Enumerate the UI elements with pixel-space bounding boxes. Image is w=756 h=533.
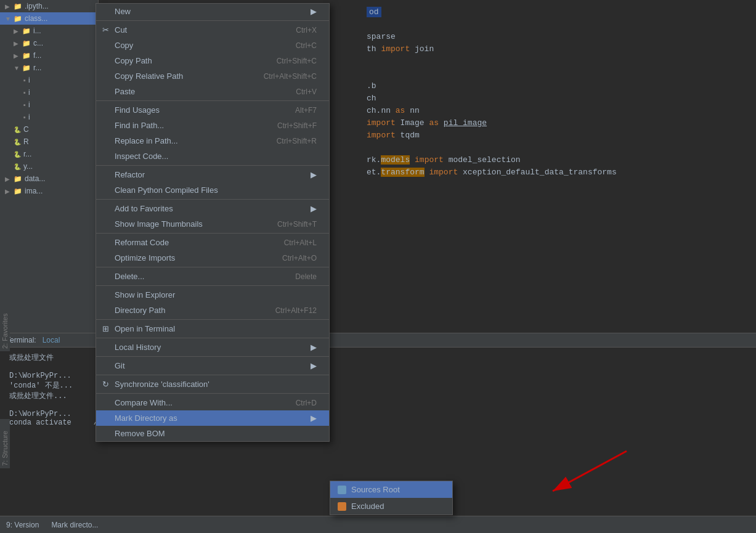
sidebar-item-label: f...: [33, 51, 41, 60]
menu-separator: [96, 199, 329, 200]
sidebar-item-ipython[interactable]: ▶ 📁 .ipyth...: [0, 0, 98, 12]
menu-item-show-explorer[interactable]: Show in Explorer: [96, 287, 329, 303]
menu-item-refactor[interactable]: Refactor ▶: [96, 167, 329, 182]
menu-item-label: Remove BOM: [115, 429, 165, 438]
code-editor: od sparse th import join .b ch ch.nn as …: [357, 0, 756, 333]
shortcut-label: Ctrl+V: [296, 87, 317, 96]
code-line: [367, 55, 747, 68]
menu-item-label: Optimize Imports: [115, 253, 175, 262]
code-line: [367, 68, 747, 80]
sidebar-item-label: R: [23, 137, 29, 146]
sidebar-item-file-i3[interactable]: ▪ i: [0, 99, 98, 111]
menu-item-new[interactable]: New ▶: [96, 4, 329, 19]
sidebar-item-file-i1[interactable]: ▪ i: [0, 74, 98, 86]
shortcut-label: Ctrl+Shift+T: [277, 220, 317, 229]
menu-item-label: Refactor: [115, 170, 145, 179]
terminal-tab[interactable]: Local: [43, 336, 60, 344]
file-icon: ▪: [23, 76, 26, 84]
sidebar-item-C[interactable]: 🐍 C: [0, 123, 98, 136]
py-icon: 🐍: [14, 139, 21, 145]
menu-item-add-favorites[interactable]: Add to Favorites ▶: [96, 201, 329, 216]
folder-icon: 📁: [22, 52, 31, 60]
sidebar-item-label: C: [23, 125, 29, 134]
menu-item-reformat-code[interactable]: Reformat Code Ctrl+Alt+L: [96, 235, 329, 250]
sidebar-item-sub4[interactable]: ▼ 📁 r...: [0, 62, 98, 74]
menu-item-label: Find in Path...: [115, 121, 164, 130]
menu-item-copy-relative-path[interactable]: Copy Relative Path Ctrl+Alt+Shift+C: [96, 68, 329, 84]
menu-item-remove-bom[interactable]: Remove BOM: [96, 426, 329, 441]
code-line: rk.models import model_selection: [367, 154, 747, 166]
bottom-status-bar: 9: Version Mark directo...: [0, 516, 756, 533]
context-menu: New ▶ ✂ Cut Ctrl+X Copy Ctrl+C Copy Path…: [96, 3, 330, 442]
ide-background: ▶ 📁 .ipyth... ▼ 📁 class... ▶ 📁 i... ▶ 📁 …: [0, 0, 756, 533]
menu-item-compare-with[interactable]: Compare With... Ctrl+D: [96, 395, 329, 410]
menu-separator: [96, 338, 329, 338]
menu-item-optimize-imports[interactable]: Optimize Imports Ctrl+Alt+O: [96, 250, 329, 266]
menu-item-show-thumbnails[interactable]: Show Image Thumbnails Ctrl+Shift+T: [96, 216, 329, 232]
shortcut-label: Ctrl+D: [296, 399, 317, 407]
sidebar-item-label: ima...: [25, 187, 43, 195]
menu-item-replace-in-path[interactable]: Replace in Path... Ctrl+Shift+R: [96, 133, 329, 149]
sidebar-item-file-i4[interactable]: ▪ i: [0, 111, 98, 123]
menu-item-git[interactable]: Git ▶: [96, 358, 329, 373]
menu-item-cut[interactable]: ✂ Cut Ctrl+X: [96, 22, 329, 38]
menu-separator: [96, 233, 329, 234]
sidebar-item-sub3[interactable]: ▶ 📁 f...: [0, 49, 98, 62]
menu-item-find-usages[interactable]: Find Usages Alt+F7: [96, 102, 329, 118]
menu-item-label: Copy Relative Path: [115, 71, 183, 81]
terminal-icon: ⊞: [99, 324, 112, 333]
code-line: ch: [367, 92, 747, 105]
menu-item-local-history[interactable]: Local History ▶: [96, 340, 329, 355]
menu-separator: [96, 285, 329, 286]
folder-icon: 📁: [22, 27, 31, 35]
submenu-item-excluded[interactable]: Excluded: [330, 498, 452, 515]
menu-item-clean-python[interactable]: Clean Python Compiled Files: [96, 182, 329, 198]
menu-item-label: Mark Directory as: [115, 413, 177, 423]
mark-directo-tab[interactable]: Mark directo...: [51, 521, 98, 529]
code-line: od: [367, 6, 747, 18]
sidebar-item-r[interactable]: 🐍 r...: [0, 148, 98, 160]
collapse-triangle: ▼: [14, 65, 20, 71]
sidebar-item-R[interactable]: 🐍 R: [0, 136, 98, 148]
menu-item-label: Compare With...: [115, 398, 173, 407]
code-line: import tqdm: [367, 129, 747, 142]
sidebar-item-sub2[interactable]: ▶ 📁 c...: [0, 37, 98, 49]
menu-item-label: Add to Favorites: [115, 204, 173, 213]
sidebar-item-sub1[interactable]: ▶ 📁 i...: [0, 25, 98, 37]
submenu-item-sources-root[interactable]: Sources Root: [330, 481, 452, 498]
sources-root-icon: [338, 486, 346, 494]
menu-item-copy-path[interactable]: Copy Path Ctrl+Shift+C: [96, 53, 329, 68]
menu-item-inspect-code[interactable]: Inspect Code...: [96, 149, 329, 164]
favorites-panel-label[interactable]: 2: Favorites: [0, 302, 10, 351]
folder-icon: 📁: [14, 187, 22, 195]
menu-item-synchronize[interactable]: ↻ Synchronize 'classification': [96, 376, 329, 392]
menu-item-open-terminal[interactable]: ⊞ Open in Terminal: [96, 321, 329, 336]
svg-line-1: [553, 451, 627, 491]
sidebar-item-data[interactable]: ▶ 📁 data...: [0, 173, 98, 185]
menu-item-label: Delete...: [115, 272, 144, 281]
terminal-label: Terminal:: [6, 336, 36, 344]
favorites-label-text: 2: Favorites: [1, 314, 9, 349]
menu-item-paste[interactable]: Paste Ctrl+V: [96, 84, 329, 99]
sidebar-item-file-i2[interactable]: ▪ i: [0, 86, 98, 99]
menu-item-label: Open in Terminal: [115, 324, 175, 333]
sync-icon: ↻: [99, 380, 112, 389]
menu-separator: [96, 319, 329, 320]
sidebar-item-label: i: [28, 100, 30, 109]
menu-item-copy[interactable]: Copy Ctrl+C: [96, 38, 329, 53]
menu-item-find-in-path[interactable]: Find in Path... Ctrl+Shift+F: [96, 118, 329, 133]
menu-item-mark-directory[interactable]: Mark Directory as ▶: [96, 410, 329, 426]
sidebar-item-y[interactable]: 🐍 y...: [0, 160, 98, 173]
menu-separator: [96, 393, 329, 394]
structure-panel-label[interactable]: 7: Structure: [0, 419, 10, 468]
sidebar-item-label: i: [28, 113, 30, 121]
menu-item-label: Reformat Code: [115, 238, 169, 247]
sidebar-item-images[interactable]: ▶ 📁 ima...: [0, 185, 98, 197]
menu-item-label: Copy Path: [115, 56, 152, 65]
menu-separator: [96, 165, 329, 166]
menu-item-delete[interactable]: Delete... Delete: [96, 269, 329, 284]
menu-item-directory-path[interactable]: Directory Path Ctrl+Alt+F12: [96, 303, 329, 318]
sidebar-item-classif[interactable]: ▼ 📁 class...: [0, 12, 98, 25]
version-tab[interactable]: 9: Version: [6, 521, 39, 529]
shortcut-label: Ctrl+Alt+O: [282, 254, 317, 262]
